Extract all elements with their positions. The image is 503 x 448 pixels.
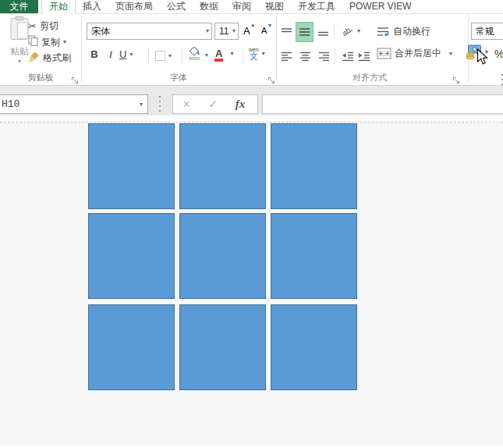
clipboard-paste-icon	[9, 30, 30, 44]
format-painter-brush-icon	[28, 51, 40, 66]
font-group-label: 字体	[81, 72, 276, 84]
align-top-icon	[281, 27, 292, 37]
align-left-icon	[281, 52, 292, 62]
name-box-chevron[interactable]: ▾	[140, 101, 147, 108]
tab-insert[interactable]: 插入	[76, 0, 108, 13]
shape[interactable]	[179, 213, 266, 299]
align-middle-button[interactable]	[296, 22, 313, 42]
shape[interactable]	[88, 123, 175, 209]
formula-input[interactable]	[262, 94, 503, 114]
decrease-indent-icon	[342, 52, 354, 62]
font-size-select[interactable]: 11 ▾	[214, 23, 239, 40]
alignment-group-label: 对齐方式	[276, 72, 463, 84]
formula-bar: H10 ▾ ✕ ✓ fx	[0, 86, 503, 116]
orientation-chevron[interactable]: ▾	[357, 28, 360, 34]
ribbon: 粘贴 ▾ ✂ 剪切 复制 ▾ 格式刷	[0, 13, 503, 86]
align-right-button[interactable]	[316, 48, 331, 64]
decrease-font-icon: A▼	[261, 26, 267, 35]
fill-color-button[interactable]: ▾	[187, 47, 208, 64]
fill-color-chevron[interactable]: ▾	[205, 52, 208, 59]
borders-chevron[interactable]: ▾	[168, 53, 172, 59]
format-painter-label: 格式刷	[43, 52, 71, 65]
name-box[interactable]: H10 ▾	[0, 94, 148, 114]
divider	[334, 23, 335, 39]
shape[interactable]	[88, 213, 175, 299]
merge-center-button[interactable]: 合并后居中 ▾	[377, 47, 452, 60]
font-size-value: 11	[215, 26, 232, 37]
format-painter-button[interactable]: 格式刷	[28, 51, 71, 66]
shape[interactable]	[271, 123, 357, 209]
mouse-cursor-icon	[476, 48, 488, 69]
font-size-chevron: ▾	[232, 28, 238, 34]
cancel-button[interactable]: ✕	[173, 98, 200, 110]
shape[interactable]	[271, 213, 357, 299]
wrap-text-button[interactable]: 自动换行	[377, 25, 430, 38]
number-format-value: 常规	[472, 25, 503, 38]
divider	[148, 48, 149, 64]
increase-indent-icon	[358, 52, 370, 62]
copy-button-label: 复制	[41, 36, 60, 49]
align-center-button[interactable]	[297, 48, 313, 64]
shape[interactable]	[179, 123, 266, 209]
divider	[335, 48, 335, 64]
align-center-icon	[299, 52, 311, 62]
shape[interactable]	[179, 304, 266, 390]
tab-developer[interactable]: 开发工具	[291, 0, 342, 13]
align-top-button[interactable]	[278, 23, 294, 41]
tab-review[interactable]: 审阅	[225, 0, 258, 13]
paint-bucket-icon	[187, 47, 202, 64]
borders-button[interactable]: ▾	[155, 51, 172, 61]
alignment-dialog-launcher-icon[interactable]	[452, 74, 461, 83]
worksheet-area[interactable]	[0, 123, 503, 445]
tab-formulas[interactable]: 公式	[160, 0, 193, 13]
increase-indent-button[interactable]	[356, 48, 372, 64]
align-bottom-button[interactable]	[315, 23, 331, 41]
clipboard-dialog-launcher-icon[interactable]	[71, 74, 80, 83]
sheet-top-border	[0, 116, 503, 123]
align-left-button[interactable]	[278, 48, 294, 64]
orientation-icon: ab	[339, 24, 354, 37]
align-bottom-icon	[317, 27, 329, 37]
decrease-indent-button[interactable]	[340, 48, 356, 64]
cut-button-label: 剪切	[40, 20, 58, 33]
merge-center-chevron[interactable]: ▾	[449, 51, 452, 57]
tab-home[interactable]: 开始	[41, 0, 76, 14]
italic-button[interactable]: I	[104, 48, 117, 61]
tab-power-view[interactable]: POWER VIEW	[342, 0, 418, 13]
copy-icon	[28, 35, 38, 49]
copy-button[interactable]: 复制 ▾	[28, 35, 66, 49]
underline-button[interactable]: U ▾	[119, 48, 133, 60]
wrap-text-icon	[377, 27, 390, 37]
formula-buttons-panel: ✕ ✓ fx	[172, 94, 258, 114]
tab-view[interactable]: 视图	[258, 0, 291, 13]
name-box-value: H10	[0, 98, 140, 110]
font-color-button[interactable]: A ▾	[215, 49, 233, 59]
phonetic-guide-button[interactable]: wén 文 ▾	[249, 47, 265, 61]
bold-button[interactable]: B	[87, 48, 101, 60]
font-color-chevron[interactable]: ▾	[230, 51, 233, 57]
insert-function-button[interactable]: fx	[226, 98, 254, 111]
phonetic-chevron[interactable]: ▾	[262, 51, 265, 57]
increase-font-button[interactable]: A▲	[243, 25, 250, 37]
percent-style-button[interactable]: %	[494, 48, 503, 60]
clipboard-group-label: 剪贴板	[0, 72, 81, 84]
orientation-button[interactable]: ab ▾	[339, 24, 360, 37]
percent-icon: %	[494, 48, 503, 60]
underline-chevron[interactable]: ▾	[129, 52, 133, 58]
font-name-select[interactable]: 宋体 ▾	[87, 23, 212, 40]
copy-dropdown-chevron[interactable]: ▾	[63, 39, 66, 45]
tab-data[interactable]: 数据	[193, 0, 225, 13]
cut-button[interactable]: ✂ 剪切	[28, 20, 58, 33]
decrease-font-button[interactable]: A▼	[261, 26, 267, 35]
bottom-strip	[0, 445, 503, 448]
font-dialog-launcher-icon[interactable]	[267, 74, 276, 83]
file-tab[interactable]: 文件	[0, 0, 38, 13]
enter-button[interactable]: ✓	[200, 98, 226, 110]
tab-page-layout[interactable]: 页面布局	[108, 0, 160, 13]
borders-icon	[155, 51, 165, 61]
number-format-select[interactable]: 常规	[471, 23, 503, 40]
wrap-text-label: 自动换行	[393, 25, 430, 38]
shape[interactable]	[271, 304, 357, 390]
shape[interactable]	[88, 304, 175, 390]
font-color-icon: A	[215, 49, 222, 59]
